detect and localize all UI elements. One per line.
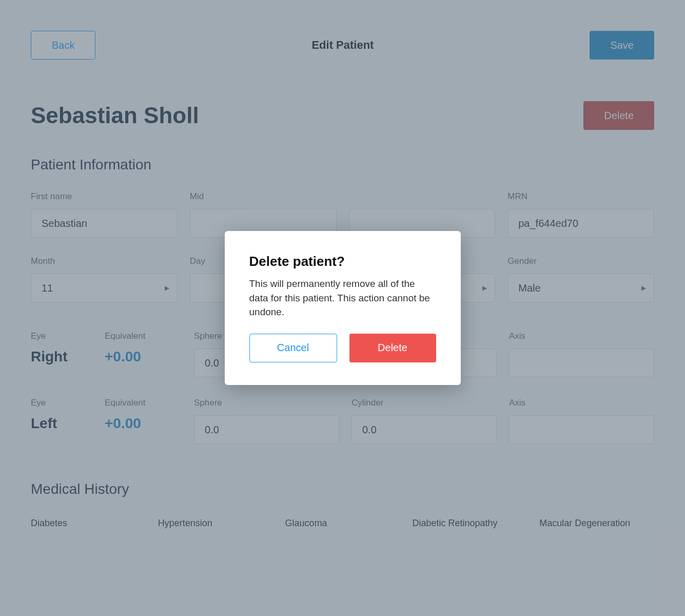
delete-confirm-modal: Delete patient? This will permanently re… [225, 231, 461, 385]
modal-body: This will permanently remove all of the … [249, 277, 436, 319]
modal-title: Delete patient? [249, 254, 436, 270]
modal-overlay[interactable]: Delete patient? This will permanently re… [0, 0, 685, 616]
modal-delete-button[interactable]: Delete [349, 334, 436, 362]
modal-actions: Cancel Delete [249, 334, 436, 362]
modal-cancel-button[interactable]: Cancel [249, 334, 337, 362]
